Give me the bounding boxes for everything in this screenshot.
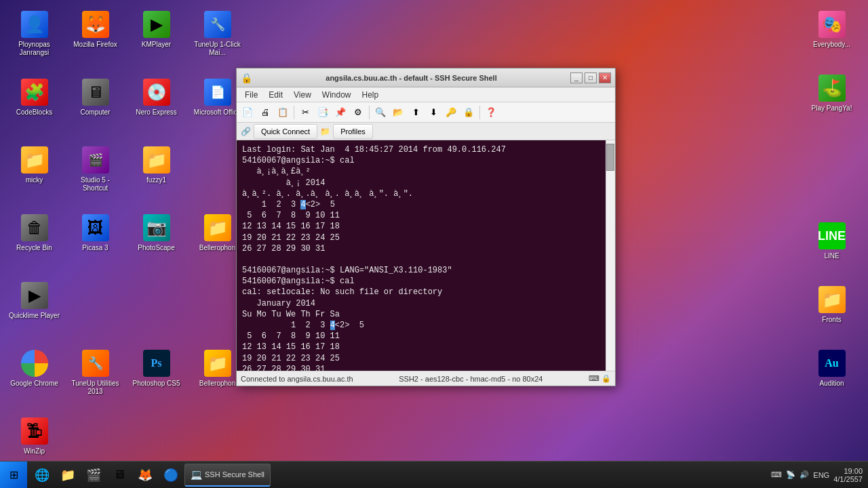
taskbar-ie-icon[interactable]: 🌐: [30, 463, 54, 487]
desktop-icon-grid: 👤 Ploynopas Janrangsi 🦊 Mozilla Firefox …: [0, 0, 231, 461]
profiles-button[interactable]: Profiles: [333, 124, 373, 139]
window-title: angsila.cs.buu.ac.th - default - SSH Sec…: [252, 74, 570, 82]
icon-micky-label: micky: [26, 176, 43, 184]
toolbar-upload[interactable]: ⬆: [408, 104, 424, 121]
menu-help[interactable]: Help: [357, 87, 384, 102]
window-quickbar: 🔗 Quick Connect 📁 Profiles: [237, 123, 615, 140]
icon-kmplayer[interactable]: ▶ KMPlayer: [127, 5, 185, 66]
toolbar-settings[interactable]: ⚙: [350, 104, 366, 121]
icon-nero[interactable]: 💿 Nero Express: [127, 73, 185, 134]
icon-tuneup[interactable]: 🔧 TuneUp 1-Click Mai...: [189, 5, 246, 66]
maximize-button[interactable]: □: [585, 73, 597, 83]
quickconnect-button[interactable]: Quick Connect: [254, 124, 317, 139]
close-button[interactable]: ✕: [599, 73, 611, 83]
icon-winzip-label: WinZip: [24, 447, 45, 455]
terminal-container: Last login: Sat Jan 4 18:45:27 2014 from…: [237, 140, 615, 371]
taskbar-chrome-icon[interactable]: 🔵: [159, 463, 183, 487]
statusbar-icons: ⌨ 🔒: [589, 374, 611, 383]
bellerophon3-icon: 📁: [204, 350, 231, 377]
icon-ploynopas[interactable]: 👤 Ploynopas Janrangsi: [5, 5, 63, 66]
icon-chrome[interactable]: Google Chrome: [5, 344, 63, 405]
tray-volume-icon: 🔊: [800, 470, 809, 479]
system-tray: ⌨ 📡 🔊 ENG 19:00 4/1/2557: [766, 467, 868, 483]
quickconnect-label: Quick Connect: [261, 127, 310, 136]
icon-fuzzy1[interactable]: 📁 fuzzy1: [127, 141, 185, 202]
toolbar-lock[interactable]: 🔒: [460, 104, 477, 121]
icon-audition-label: Audition: [819, 380, 844, 388]
icon-quicklime-label: Quicklime Player: [9, 312, 60, 320]
icon-picasa[interactable]: 🖼 Picasa 3: [66, 209, 124, 270]
icon-ploynopas-label: Ploynopas Janrangsi: [7, 41, 62, 57]
minimize-button[interactable]: _: [570, 73, 583, 83]
toolbar-sep2: [369, 106, 370, 119]
icon-fronts[interactable]: 📁 Fronts: [803, 281, 861, 342]
icon-codeblocks[interactable]: 🧩 CodeBlocks: [5, 73, 63, 134]
window-menu: File Edit View Window Help: [237, 87, 615, 102]
toolbar-search[interactable]: 🔍: [372, 104, 389, 121]
icon-audition[interactable]: Au Audition: [803, 344, 861, 405]
toolbar-download[interactable]: ⬇: [425, 104, 441, 121]
icon-studio5[interactable]: 🎬 Studio 5 - Shortcut: [66, 141, 124, 202]
icon-pangya-label: Play PangYa!: [812, 104, 852, 113]
icon-everybody-label: Everybody...: [813, 41, 850, 49]
fuzzy1-icon: 📁: [143, 146, 170, 174]
toolbar-help[interactable]: ❓: [483, 104, 499, 121]
photoshop-icon: Ps: [143, 350, 170, 377]
icon-firefox-label: Mozilla Firefox: [73, 41, 117, 49]
menu-window[interactable]: Window: [317, 87, 357, 102]
pangya-icon: ⛳: [818, 75, 846, 102]
icon-kmplayer-label: KMPlayer: [142, 41, 171, 49]
taskbar-ssh-app[interactable]: 💻 SSH Secure Shell: [184, 464, 271, 487]
icon-recyclebin[interactable]: 🗑 Recycle Bin: [5, 209, 63, 270]
icon-firefox[interactable]: 🦊 Mozilla Firefox: [66, 5, 124, 66]
tuneup-icon: 🔧: [204, 11, 231, 38]
icon-micky[interactable]: 📁 micky: [5, 141, 63, 202]
menu-view[interactable]: View: [288, 87, 317, 102]
icon-quicklime[interactable]: ▶ Quicklime Player: [5, 277, 63, 338]
icon-tuneup2[interactable]: 🔧 TuneUp Utilities 2013: [66, 344, 124, 405]
menu-edit[interactable]: Edit: [263, 87, 288, 102]
tray-lang[interactable]: ENG: [813, 471, 829, 479]
icon-everybody[interactable]: 🎭 Everybody...: [803, 5, 861, 66]
photoscape-icon: 📷: [143, 214, 170, 241]
icon-photoscape-label: PhotoScape: [138, 244, 175, 252]
icon-recyclebin-label: Recycle Bin: [16, 244, 52, 252]
micky-icon: 📁: [21, 146, 48, 174]
terminal-area[interactable]: Last login: Sat Jan 4 18:45:27 2014 from…: [237, 140, 606, 371]
icon-pangya[interactable]: ⛳ Play PangYa!: [803, 69, 861, 130]
computer-icon: 🖥: [82, 79, 109, 106]
taskbar-computer-icon[interactable]: 🖥: [107, 463, 132, 487]
toolbar-sep3: [479, 106, 480, 119]
icon-line[interactable]: LINE LINE: [803, 217, 861, 278]
start-button[interactable]: ⊞: [0, 462, 27, 489]
icon-photoshop[interactable]: Ps Photoshop CS5: [127, 344, 185, 405]
toolbar-new[interactable]: 📄: [239, 104, 256, 121]
scrollbar-thumb[interactable]: [606, 144, 614, 171]
vertical-scrollbar[interactable]: [606, 140, 615, 371]
fronts-icon: 📁: [818, 286, 846, 313]
menu-file[interactable]: File: [239, 87, 263, 102]
icon-fuzzy1-label: fuzzy1: [146, 176, 166, 184]
window-toolbar: 📄 🖨 📋 ✂ 📑 📌 ⚙ 🔍 📂 ⬆ ⬇ 🔑 🔒 ❓: [237, 102, 615, 123]
toolbar-copy[interactable]: 📑: [315, 104, 331, 121]
toolbar-print2[interactable]: 📋: [275, 104, 291, 121]
toolbar-cut[interactable]: ✂: [297, 104, 313, 121]
toolbar-print[interactable]: 🖨: [257, 104, 273, 121]
toolbar-paste[interactable]: 📌: [332, 104, 349, 121]
desktop-icons-right: 🎭 Everybody... ⛳ Play PangYa! LINE LINE …: [800, 0, 868, 411]
icon-photoscape[interactable]: 📷 PhotoScape: [127, 209, 185, 270]
icon-codeblocks-label: CodeBlocks: [16, 108, 52, 117]
toolbar-key[interactable]: 🔑: [443, 104, 459, 121]
icon-computer[interactable]: 🖥 Computer: [66, 73, 124, 134]
icon-line-label: LINE: [824, 252, 839, 260]
icon-nero-label: Nero Express: [136, 108, 177, 117]
statusbar-info: SSH2 - aes128-cbc - hmac-md5 - no 80x24: [399, 375, 542, 383]
taskbar-explorer-icon[interactable]: 📁: [56, 463, 80, 487]
toolbar-file[interactable]: 📂: [390, 104, 406, 121]
icon-bellerophon3-label: Bellerophon: [199, 380, 235, 388]
window-controls: _ □ ✕: [570, 73, 611, 83]
toolbar-sep1: [294, 106, 294, 119]
taskbar-firefox-icon[interactable]: 🦊: [133, 463, 157, 487]
taskbar-wmp-icon[interactable]: 🎬: [81, 463, 106, 487]
ssh-window: 🔒 angsila.cs.buu.ac.th - default - SSH S…: [236, 68, 616, 386]
